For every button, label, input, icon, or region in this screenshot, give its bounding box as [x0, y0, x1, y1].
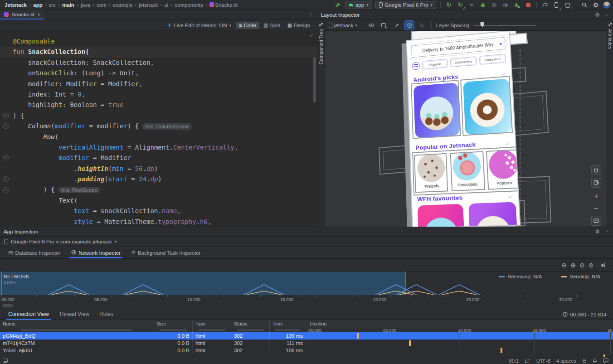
layer-spacing-slider[interactable] — [474, 25, 536, 26]
fold-marker-icon[interactable]: ▾ — [3, 187, 9, 193]
filter-chip[interactable]: Organic — [422, 59, 448, 70]
column-header-name[interactable]: Name — [0, 320, 154, 328]
zoom-in-button[interactable]: + — [591, 190, 601, 200]
code-line[interactable]: modifier: Modifier = Modifier, — [0, 79, 317, 89]
snack-card[interactable] — [414, 83, 460, 138]
inspection-process-selector[interactable]: Google Pixel 6 Pro > com.example.jetsnac… — [0, 237, 613, 247]
mode-design-button[interactable]: ▦ Design — [284, 21, 313, 29]
code-line[interactable]: .padding(start = 24.dp) — [0, 174, 317, 184]
mode-3d-button[interactable] — [405, 21, 414, 30]
code-line[interactable]: @Composable — [0, 36, 317, 47]
code-line[interactable]: text = snackCollection.name, — [0, 206, 317, 216]
gradle-sync-icon[interactable] — [541, 1, 549, 9]
reset-zoom-icon[interactable]: ⊘ — [579, 262, 585, 269]
breadcrumb-item[interactable]: Jetsnack — [5, 2, 27, 8]
zoom-out-circle-icon[interactable]: ⊖ — [562, 262, 567, 269]
zoom-out-button[interactable]: − — [591, 203, 601, 213]
stop-button[interactable] — [524, 1, 532, 9]
jump-to-live-icon[interactable]: ▶▏ — [602, 262, 608, 267]
code-line[interactable]: Text( — [0, 195, 317, 206]
breadcrumb-item[interactable]: main — [62, 2, 74, 8]
code-editor[interactable]: @Composablefun SnackCollection( snackCol… — [0, 31, 317, 227]
mode-split-button[interactable]: ▥ Split — [260, 21, 283, 29]
column-header-timeline[interactable]: Timeline — [306, 320, 613, 328]
layout-widget-icon[interactable] — [3, 359, 8, 363]
code-line[interactable]: Row( — [0, 132, 317, 142]
section-header[interactable]: Popular on Jetsnack → — [415, 139, 510, 151]
line-separator[interactable]: LF — [525, 358, 530, 364]
slider-thumb[interactable] — [480, 22, 484, 27]
editor-scrollbar[interactable] — [313, 57, 316, 102]
inspections-ok-check-icon[interactable]: ✓ — [310, 32, 313, 39]
run-history-icon[interactable]: ≡ — [467, 1, 476, 9]
table-row[interactable]: pGM4sjt_BdQ0.0 Bhtml302139 ms — [0, 332, 613, 340]
panel-settings-gear-icon[interactable]: ⚙ — [595, 228, 600, 235]
tab-background-task-inspector[interactable]: ≣Background Task Inspector — [127, 248, 205, 258]
build-wrench-icon[interactable] — [334, 1, 342, 9]
section-header[interactable]: WFH favourites → — [417, 192, 513, 203]
device-manager-icon[interactable]: ▲ — [552, 1, 560, 9]
indent-setting[interactable]: 4 spaces — [556, 358, 576, 364]
profiler-disabled-icon[interactable] — [490, 1, 498, 9]
breadcrumb-item[interactable]: components — [175, 2, 203, 8]
device-selector[interactable]: Google Pixel 6 Pro ▾ — [375, 1, 436, 9]
code-line[interactable]: verticalAlignment = Alignment.CenterVert… — [0, 142, 317, 153]
snack-card[interactable] — [468, 202, 519, 227]
timeline-scrollbar[interactable] — [2, 304, 13, 307]
code-line[interactable]: style = MaterialTheme.typography.h6, — [0, 217, 317, 227]
layout-inspector-viewport[interactable]: Delivery to 1600 Amphitheater Way ▾ Orga… — [325, 31, 607, 227]
pan-hand-icon[interactable] — [591, 165, 601, 175]
file-encoding[interactable]: UTF-8 — [536, 358, 550, 364]
live-edit-dropdown[interactable]: Live Edit of literals: ON ▾ — [167, 23, 232, 28]
fit-to-screen-icon[interactable] — [591, 216, 601, 226]
code-line[interactable]: index: Int = 0, — [0, 89, 317, 100]
tab-network-inspector[interactable]: Network Inspector — [67, 248, 125, 258]
column-header-size[interactable]: Size — [154, 320, 193, 328]
snack-item[interactable]: Popcorn — [488, 149, 519, 186]
search-everywhere-icon[interactable] — [580, 1, 589, 9]
fold-marker-icon[interactable]: ▾ — [3, 113, 9, 118]
breadcrumb-item[interactable]: jetsnack — [139, 2, 158, 8]
zoom-in-circle-icon[interactable]: ⊕ — [570, 262, 576, 269]
component-tree-tab[interactable]: Component Tree — [317, 20, 325, 227]
phone-screen[interactable]: Delivery to 1600 Amphitheater Way ▾ Orga… — [406, 31, 521, 227]
apply-changes-restart-button[interactable]: ↻ — [445, 1, 453, 9]
filter-chip[interactable]: Dairy-free — [479, 54, 506, 65]
tab-snacks-kt[interactable]: Snacks.kt × — [0, 10, 44, 19]
code-line[interactable]: Column(modifier = modifier) {this: Colum… — [0, 121, 317, 131]
panel-minimize-icon[interactable]: − — [605, 228, 608, 235]
snack-item[interactable]: Smoothies — [452, 151, 482, 188]
code-line[interactable]: ) {this: RowScope — [0, 184, 317, 195]
code-line[interactable]: onSnackClick: (Long) -> Unit, — [0, 68, 317, 78]
tab-database-inspector[interactable]: ▤Database Inspector — [4, 248, 65, 258]
toggle-deep-inspect-icon[interactable] — [379, 21, 389, 30]
tab-thread-view[interactable]: Thread View — [54, 309, 94, 320]
table-row[interactable]: m741tj4Cz7M0.0 Bhtml302111 ms — [0, 340, 613, 347]
zoom-to-selection-icon[interactable]: ⊚ — [589, 262, 594, 269]
column-header-time[interactable]: Time — [270, 320, 306, 328]
attributes-tab[interactable]: Attributes — [607, 20, 613, 227]
apply-code-changes-button[interactable]: ↻A — [456, 1, 464, 9]
feedback-chat-icon[interactable] — [603, 358, 608, 363]
tab-connection-view[interactable]: Connection View — [4, 309, 54, 320]
filter-icon[interactable] — [412, 62, 419, 70]
debug-bug-icon[interactable] — [479, 1, 487, 9]
network-usage-chart[interactable]: NETWORK 3 KB/s Receiving: N/A Sending: N… — [0, 272, 613, 295]
code-line[interactable]: fun SnackCollection( — [0, 47, 317, 57]
process-selector[interactable]: jetsnack ▾ — [329, 23, 357, 28]
refresh-icon[interactable]: ↻ — [418, 21, 427, 30]
caret-position[interactable]: 80:1 — [509, 358, 519, 364]
column-header-status[interactable]: Status — [231, 320, 270, 328]
breadcrumb-item[interactable]: app — [33, 2, 42, 8]
tab-rules[interactable]: Rules — [95, 309, 118, 320]
snack-card[interactable] — [463, 78, 512, 135]
filter-chip[interactable]: Gluten-free — [450, 56, 477, 67]
mode-code-button[interactable]: ≡ Code — [236, 22, 259, 29]
attach-debugger-icon[interactable] — [513, 1, 521, 9]
breadcrumb-item[interactable]: com — [97, 2, 107, 8]
sdk-manager-icon[interactable]: ▢ ↓ — [564, 1, 572, 9]
popout-icon[interactable]: ↗ — [392, 21, 401, 30]
lock-icon[interactable] — [582, 358, 587, 363]
column-header-type[interactable]: Type — [193, 320, 231, 328]
code-line[interactable]: snackCollection: SnackCollection, — [0, 58, 317, 68]
